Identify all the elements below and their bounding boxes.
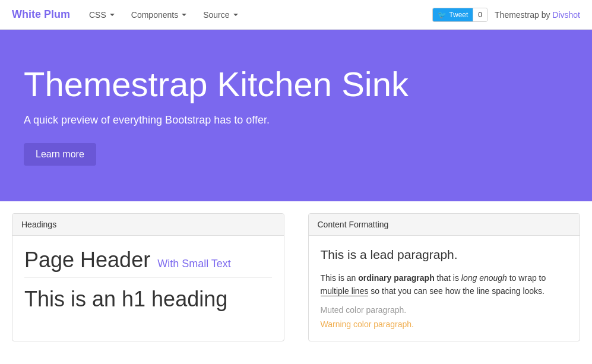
tweet-button-label: Tweet bbox=[449, 11, 468, 19]
learn-more-button[interactable]: Learn more bbox=[24, 143, 96, 166]
jumbotron-subtext: A quick preview of everything Bootstrap … bbox=[24, 114, 568, 126]
nav-link-css[interactable]: CSS bbox=[82, 1, 122, 29]
content-panel-title: Content Formatting bbox=[309, 214, 580, 236]
content-formatting-panel: Content Formatting This is a lead paragr… bbox=[308, 213, 581, 341]
nav-item-css: CSS bbox=[82, 1, 122, 29]
jumbotron: Themestrap Kitchen Sink A quick preview … bbox=[0, 30, 592, 201]
content-area: Headings Page Header With Small Text Thi… bbox=[0, 201, 592, 353]
jumbotron-heading: Themestrap Kitchen Sink bbox=[24, 65, 568, 103]
ordinary-bold: ordinary paragraph bbox=[358, 273, 434, 283]
tweet-count: 0 bbox=[473, 8, 487, 21]
headings-panel: Headings Page Header With Small Text Thi… bbox=[12, 213, 284, 341]
lead-paragraph: This is a lead paragraph. bbox=[321, 248, 568, 262]
headings-panel-title: Headings bbox=[12, 214, 284, 236]
content-panel-body: This is a lead paragraph. This is an ord… bbox=[309, 236, 580, 341]
navbar-right: 🐦 Tweet 0 Themestrap by Divshot bbox=[432, 8, 580, 22]
ordinary-prefix: This is an bbox=[321, 273, 359, 283]
ordinary-mid: that is bbox=[435, 273, 461, 283]
tweet-button[interactable]: 🐦 Tweet bbox=[433, 8, 473, 21]
muted-paragraph: Muted color paragraph. bbox=[321, 305, 568, 315]
themestrap-credit: Themestrap by Divshot bbox=[495, 10, 580, 20]
page-header-small-text: With Small Text bbox=[157, 258, 231, 270]
navbar-brand[interactable]: White Plum bbox=[12, 8, 70, 21]
nav-link-components[interactable]: Components bbox=[124, 1, 194, 29]
nav-item-components: Components bbox=[124, 1, 194, 29]
dropdown-caret-css bbox=[110, 14, 115, 16]
divshot-link[interactable]: Divshot bbox=[552, 10, 580, 20]
navbar: White Plum CSS Components Source 🐦 Tw bbox=[0, 0, 592, 30]
navbar-nav: CSS Components Source bbox=[82, 1, 245, 29]
page-header: Page Header With Small Text bbox=[24, 248, 272, 278]
warning-paragraph: Warning color paragraph. bbox=[321, 319, 568, 329]
tweet-button-group: 🐦 Tweet 0 bbox=[432, 8, 487, 22]
ordinary-suffix: so that you can see how the line spacing… bbox=[368, 286, 544, 296]
page-header-text: Page Header bbox=[24, 248, 150, 273]
nav-link-source[interactable]: Source bbox=[196, 1, 245, 29]
nav-link-source-label: Source bbox=[203, 10, 229, 20]
dropdown-caret-components bbox=[182, 14, 186, 16]
nav-link-components-label: Components bbox=[131, 10, 178, 20]
dropdown-caret-source bbox=[233, 14, 238, 16]
credit-text: Themestrap by bbox=[495, 10, 552, 20]
twitter-bird-icon: 🐦 bbox=[438, 11, 447, 19]
nav-link-css-label: CSS bbox=[89, 10, 106, 20]
headings-panel-body: Page Header With Small Text This is an h… bbox=[12, 236, 284, 323]
h1-heading: This is an h1 heading bbox=[24, 287, 272, 311]
ordinary-paragraph: This is an ordinary paragraph that is lo… bbox=[321, 271, 568, 298]
multiple-lines-link[interactable]: multiple lines bbox=[321, 286, 369, 296]
ordinary-italic: long enough bbox=[461, 273, 507, 283]
nav-item-source: Source bbox=[196, 1, 245, 29]
ordinary-mid2: to wrap to bbox=[507, 273, 546, 283]
